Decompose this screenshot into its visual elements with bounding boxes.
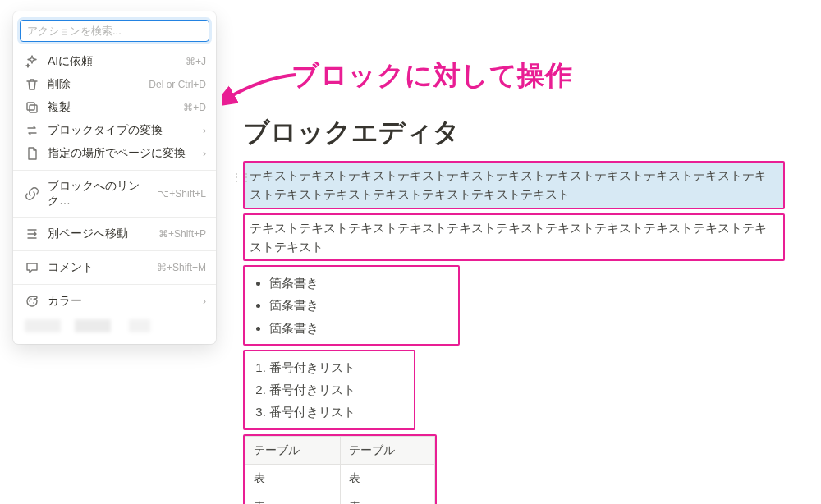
sparkle-icon (25, 54, 39, 69)
drag-handle-icon[interactable]: ⋮⋮ (232, 170, 251, 186)
menu-item-label: AIに依頼 (48, 54, 179, 69)
text-block-selected[interactable]: ⋮⋮ テキストテキストテキストテキストテキストテキストテキストテキストテキストテ… (243, 161, 785, 209)
list-item[interactable]: 番号付きリスト (269, 378, 407, 401)
table-row: 表表 (245, 465, 435, 493)
paragraph-text: テキストテキストテキストテキストテキストテキストテキストテキストテキストテキスト… (250, 221, 767, 254)
palette-icon (25, 294, 39, 309)
move-icon (25, 227, 39, 241)
table-block[interactable]: テーブルテーブル表表表表 (243, 434, 437, 505)
svg-rect-1 (30, 105, 37, 112)
comment-icon (25, 260, 39, 275)
action-search-input[interactable] (20, 20, 209, 42)
table-header-cell[interactable]: テーブル (340, 436, 435, 465)
table-cell[interactable]: 表 (245, 465, 341, 493)
menu-item-shortcut: ⌘+Shift+M (157, 262, 206, 273)
menu-item-label: 複製 (48, 100, 177, 115)
bullet-list-block[interactable]: 箇条書き箇条書き箇条書き (243, 265, 460, 346)
menu-item[interactable]: 別ページへ移動⌘+Shift+P (13, 222, 216, 245)
menu-divider (13, 217, 216, 218)
menu-item[interactable]: 指定の場所でページに変換› (13, 142, 216, 165)
menu-item[interactable]: 複製⌘+D (13, 96, 216, 119)
annotation-label: ブロックに対して操作 (291, 57, 572, 94)
table-header-cell[interactable]: テーブル (245, 436, 341, 465)
menu-divider (13, 170, 216, 171)
svg-rect-0 (27, 103, 34, 110)
menu-item-label: 別ページへ移動 (48, 227, 152, 241)
menu-item-label: コメント (48, 260, 150, 275)
svg-point-3 (30, 298, 32, 300)
table-cell[interactable]: 表 (340, 465, 435, 493)
menu-divider (13, 284, 216, 285)
list-item[interactable]: 箇条書き (269, 317, 452, 339)
menu-item-shortcut: ⌘+J (186, 56, 206, 67)
menu-footer-metadata (25, 319, 204, 332)
menu-item-shortcut: ⌘+Shift+P (158, 228, 206, 240)
chevron-right-icon: › (203, 148, 206, 159)
page-title[interactable]: ブロックエディタ (243, 115, 785, 151)
menu-item[interactable]: ブロックタイプの変換› (13, 119, 216, 142)
menu-item[interactable]: ブロックへのリンク…⌥+Shift+L (13, 176, 216, 212)
search-wrap (13, 16, 216, 48)
svg-point-2 (29, 300, 30, 302)
menu-item-label: 指定の場所でページに変換 (48, 146, 198, 161)
svg-point-4 (33, 302, 34, 304)
chevron-right-icon: › (203, 296, 206, 307)
numbered-list-block[interactable]: 番号付きリスト番号付きリスト番号付きリスト (243, 350, 415, 430)
menu-item[interactable]: カラー› (13, 290, 216, 313)
trash-icon (25, 77, 39, 92)
table-cell[interactable]: 表 (245, 493, 341, 504)
chevron-right-icon: › (203, 125, 206, 136)
menu-item[interactable]: コメント⌘+Shift+M (13, 256, 216, 279)
menu-item[interactable]: 削除Del or Ctrl+D (13, 73, 216, 96)
menu-item-shortcut: Del or Ctrl+D (149, 79, 206, 90)
list-item[interactable]: 箇条書き (269, 272, 452, 294)
paragraph-text: テキストテキストテキストテキストテキストテキストテキストテキストテキストテキスト… (250, 168, 767, 201)
table-cell[interactable]: 表 (340, 493, 435, 504)
menu-item-shortcut: ⌥+Shift+L (158, 188, 206, 199)
list-item[interactable]: 箇条書き (269, 294, 452, 316)
page-icon (25, 146, 39, 161)
text-block[interactable]: テキストテキストテキストテキストテキストテキストテキストテキストテキストテキスト… (243, 213, 785, 262)
link-icon (25, 186, 39, 201)
editor-content: ブロックエディタ ⋮⋮ テキストテキストテキストテキストテキストテキストテキスト… (243, 115, 785, 504)
menu-item-label: 削除 (48, 77, 142, 92)
menu-item[interactable]: AIに依頼⌘+J (13, 50, 216, 73)
list-item[interactable]: 番号付きリスト (269, 401, 407, 423)
swap-icon (25, 123, 39, 138)
menu-item-label: ブロックへのリンク… (48, 179, 151, 208)
block-context-menu: AIに依頼⌘+J削除Del or Ctrl+D複製⌘+Dブロックタイプの変換›指… (13, 11, 216, 344)
list-item[interactable]: 番号付きリスト (269, 356, 407, 378)
menu-divider (13, 250, 216, 251)
duplicate-icon (25, 100, 39, 115)
menu-item-label: ブロックタイプの変換 (48, 123, 198, 138)
menu-item-shortcut: ⌘+D (183, 102, 206, 113)
table-row: 表表 (245, 493, 435, 504)
menu-item-label: カラー (48, 294, 198, 309)
